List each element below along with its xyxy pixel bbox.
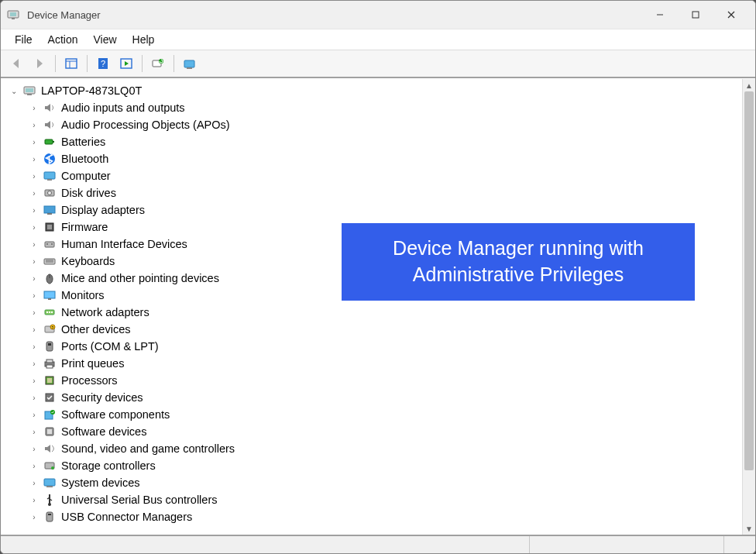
monitor-icon — [43, 288, 57, 302]
scroll-thumb[interactable] — [744, 91, 754, 470]
tree-node-cat-23[interactable]: ›Universal Serial Bus controllers — [9, 491, 742, 508]
tree-node-cat-13[interactable]: ›?Other devices — [9, 321, 742, 338]
chevron-right-icon[interactable]: › — [29, 172, 40, 181]
tree-node-cat-22[interactable]: ›System devices — [9, 474, 742, 491]
keyboard-icon — [43, 254, 57, 268]
toolbar-separator — [87, 55, 88, 72]
tree-node-cat-4[interactable]: ›Computer — [9, 167, 742, 184]
tree-node-root[interactable]: ⌄LAPTOP-4873LQ0T — [9, 82, 742, 99]
svg-rect-16 — [187, 67, 192, 69]
chevron-right-icon[interactable]: › — [29, 325, 40, 334]
menu-view[interactable]: View — [85, 31, 124, 48]
menu-file[interactable]: File — [7, 31, 40, 48]
svg-rect-42 — [46, 311, 48, 313]
help-button[interactable]: ? — [92, 53, 114, 74]
tree-node-label: Keyboards — [61, 255, 115, 267]
tree-node-label: Disk drives — [61, 187, 116, 199]
chevron-right-icon[interactable]: › — [29, 342, 40, 351]
chevron-right-icon[interactable]: › — [29, 206, 40, 215]
scan-hardware-button[interactable] — [147, 53, 169, 74]
tree-node-cat-12[interactable]: ›Network adapters — [9, 304, 742, 321]
chevron-right-icon[interactable]: › — [29, 189, 40, 198]
show-hide-tree-button[interactable] — [60, 53, 82, 74]
chevron-right-icon[interactable]: › — [29, 496, 40, 504]
tree-node-cat-24[interactable]: ›USB Connector Managers — [9, 508, 742, 525]
port-icon — [43, 339, 57, 353]
chevron-right-icon[interactable]: › — [29, 513, 40, 521]
speaker-icon — [43, 118, 57, 132]
chevron-right-icon[interactable]: › — [29, 445, 40, 453]
tree-node-cat-2[interactable]: ›Batteries — [9, 133, 742, 150]
maximize-button[interactable] — [678, 3, 713, 26]
chevron-right-icon[interactable]: › — [29, 428, 40, 436]
tree-node-cat-14[interactable]: ›Ports (COM & LPT) — [9, 338, 742, 355]
chevron-right-icon[interactable]: › — [29, 257, 40, 266]
tree-node-label: System devices — [61, 477, 140, 489]
chevron-right-icon[interactable]: › — [29, 155, 40, 163]
device-tree[interactable]: ⌄LAPTOP-4873LQ0T›Audio inputs and output… — [1, 79, 742, 535]
tree-node-label: Network adapters — [61, 306, 149, 318]
chevron-right-icon[interactable]: › — [29, 394, 40, 402]
menu-help[interactable]: Help — [125, 31, 163, 48]
tree-node-cat-17[interactable]: ›Security devices — [9, 389, 742, 406]
tree-node-cat-5[interactable]: ›Disk drives — [9, 184, 742, 201]
chevron-right-icon[interactable]: › — [29, 121, 40, 129]
chevron-right-icon[interactable]: › — [29, 360, 40, 368]
action-button[interactable] — [115, 53, 137, 74]
chevron-right-icon[interactable]: › — [29, 291, 40, 300]
scroll-track[interactable] — [743, 91, 755, 522]
tree-node-cat-1[interactable]: ›Audio Processing Objects (APOs) — [9, 116, 742, 133]
tree-node-label: Print queues — [61, 357, 124, 370]
tree-node-cat-3[interactable]: ›Bluetooth — [9, 150, 742, 167]
tree-node-cat-6[interactable]: ›Display adapters — [9, 201, 742, 219]
tree-node-label: Ports (COM & LPT) — [61, 340, 159, 353]
tree-node-label: USB Connector Managers — [61, 511, 192, 523]
tree-node-cat-15[interactable]: ›Print queues — [9, 355, 742, 372]
chevron-right-icon[interactable]: › — [29, 462, 40, 470]
tree-node-label: Audio Processing Objects (APOs) — [61, 119, 230, 131]
chevron-right-icon[interactable]: › — [29, 479, 40, 487]
statusbar-segment — [723, 536, 755, 553]
nav-back-button[interactable] — [5, 53, 27, 74]
printer-icon — [43, 356, 57, 370]
tree-node-cat-19[interactable]: ›Software devices — [9, 423, 742, 440]
minimize-button[interactable] — [642, 3, 678, 26]
chevron-right-icon[interactable]: › — [29, 223, 40, 232]
chevron-right-icon[interactable]: › — [29, 274, 40, 283]
tree-node-cat-16[interactable]: ›Processors — [9, 372, 742, 389]
nav-forward-button[interactable] — [29, 53, 50, 74]
tree-node-label: Bluetooth — [61, 153, 108, 165]
add-legacy-hardware-button[interactable] — [179, 53, 201, 74]
scroll-down-icon[interactable]: ▼ — [743, 522, 755, 535]
usbconn-icon — [43, 510, 57, 524]
tree-node-label: Security devices — [61, 391, 143, 404]
tree-node-cat-21[interactable]: ›Storage controllers — [9, 457, 742, 474]
chevron-right-icon[interactable]: › — [29, 240, 40, 249]
chevron-right-icon[interactable]: › — [29, 104, 40, 112]
tree-node-cat-20[interactable]: ›Sound, video and game controllers — [9, 440, 742, 457]
titlebar: Device Manager — [1, 1, 755, 29]
tree-node-cat-0[interactable]: ›Audio inputs and outputs — [9, 99, 742, 116]
chevron-right-icon[interactable]: › — [29, 138, 40, 146]
statusbar — [1, 535, 755, 553]
vertical-scrollbar[interactable]: ▲ ▼ — [742, 79, 755, 535]
tree-node-cat-18[interactable]: ›Software components — [9, 406, 742, 423]
svg-rect-1 — [10, 12, 16, 16]
statusbar-segment — [1, 536, 529, 553]
svg-rect-24 — [47, 179, 52, 181]
svg-rect-28 — [47, 213, 52, 215]
menu-action[interactable]: Action — [40, 31, 86, 48]
tree-node-label: Firmware — [61, 221, 108, 233]
svg-rect-7 — [66, 59, 77, 68]
scroll-up-icon[interactable]: ▲ — [743, 79, 755, 91]
security-icon — [43, 391, 57, 404]
chevron-right-icon[interactable]: › — [29, 377, 40, 385]
chevron-right-icon[interactable]: › — [29, 411, 40, 419]
chevron-right-icon[interactable]: › — [29, 308, 40, 317]
swcomp-icon — [43, 408, 57, 422]
toolbar-separator — [142, 55, 143, 72]
chevron-down-icon[interactable]: ⌄ — [9, 87, 19, 95]
svg-rect-49 — [48, 343, 51, 346]
close-button[interactable] — [713, 3, 749, 26]
toolbar-separator — [55, 55, 56, 72]
